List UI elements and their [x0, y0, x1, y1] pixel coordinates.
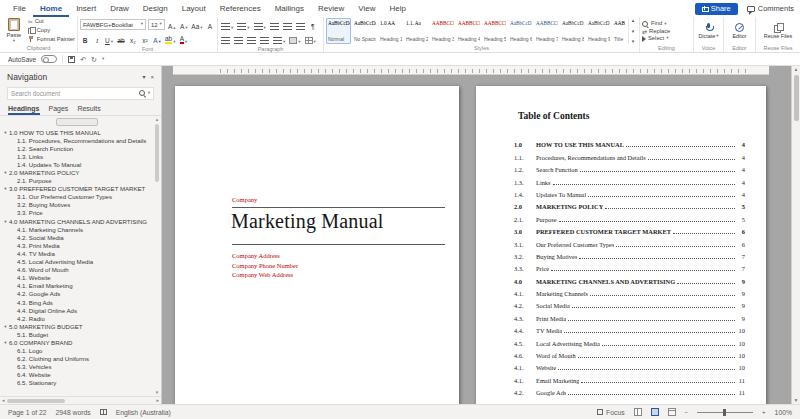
tab-mailings[interactable]: Mailings	[268, 0, 311, 17]
underline-button[interactable]: U▾	[104, 33, 114, 44]
toc-heading[interactable]: Table of Contents	[518, 111, 589, 121]
toc-entry[interactable]: 4.1.Email Marketing11	[514, 373, 745, 385]
bullets-button[interactable]: ▾	[220, 19, 234, 30]
nav-heading[interactable]: 4.3. Bing Ads	[2, 298, 152, 306]
nav-heading[interactable]: ▾2.0 MARKETING POLICY	[2, 168, 152, 176]
expand-triangle-icon[interactable]: ▾	[2, 219, 9, 224]
shading-button[interactable]: ▾	[288, 33, 301, 44]
tab-draw[interactable]: Draw	[103, 0, 136, 17]
autosave-toggle[interactable]	[41, 55, 57, 63]
font-size-combobox[interactable]: 12 ▾	[148, 19, 165, 30]
nav-heading[interactable]: 3.3. Price	[2, 209, 152, 217]
nav-horizontal-scrollbar[interactable]: ◂ ▸	[0, 396, 161, 404]
toc-entry[interactable]: 4.4.TV Media10	[514, 324, 745, 336]
scroll-down-icon[interactable]: ▾	[156, 390, 159, 395]
toc-entry[interactable]: 4.1.Marketing Channels9	[514, 287, 745, 299]
replace-button[interactable]: ⇄ Replace	[642, 29, 691, 35]
toc-entry[interactable]: 4.0MARKETING CHANNELS AND ADVERTISING9	[514, 274, 745, 286]
nav-heading[interactable]: 4.6. Word of Mouth	[2, 266, 152, 274]
toc-entry[interactable]: 1.1.Procedures, Recommendations and Deta…	[514, 150, 745, 162]
undo-icon[interactable]: ↶	[80, 56, 86, 63]
style-heading-5[interactable]: AABBCCDHeading 5	[482, 18, 507, 44]
document-scrollbar[interactable]: ▴ ▾	[791, 66, 800, 404]
change-case-button[interactable]: Aa▾	[191, 19, 203, 30]
search-box[interactable]: ▾	[7, 87, 154, 100]
nav-heading[interactable]: 4.1. Website	[2, 274, 152, 282]
font-name-combobox[interactable]: FAWBFG+Bookllat ▾	[80, 19, 146, 30]
cover-company-text[interactable]: Company	[232, 196, 257, 203]
redo-icon[interactable]: ↻	[91, 56, 97, 63]
language-indicator[interactable]: English (Australia)	[116, 409, 171, 416]
comments-button[interactable]: Comments	[747, 4, 794, 13]
show-paragraph-marks-button[interactable]: ¶	[308, 19, 318, 30]
toc-entry[interactable]: 4.2.Google Ads11	[514, 386, 745, 398]
justify-button[interactable]	[259, 33, 270, 44]
grow-font-button[interactable]: A▴	[167, 19, 177, 30]
styles-scroll-up-icon[interactable]: ▴	[632, 18, 635, 23]
tab-file[interactable]: File	[6, 0, 33, 17]
expand-triangle-icon[interactable]: ▾	[2, 130, 9, 135]
tab-home[interactable]: Home	[33, 0, 69, 17]
focus-button[interactable]: Focus	[597, 409, 625, 416]
nav-heading[interactable]: 4.3. Print Media	[2, 241, 152, 249]
style-heading-3[interactable]: AABBCCDHeading 3	[430, 18, 455, 44]
nav-heading[interactable]: 6.2. Clothing and Uniforms	[2, 355, 152, 363]
horizontal-ruler[interactable]	[173, 66, 769, 75]
nav-heading[interactable]: 6.4. Website	[2, 371, 152, 379]
select-button[interactable]: Select ▾	[642, 36, 691, 42]
expand-triangle-icon[interactable]: ▾	[2, 170, 9, 175]
nav-heading[interactable]: 1.3. Links	[2, 152, 152, 160]
print-layout-button[interactable]	[651, 408, 659, 416]
align-left-button[interactable]	[220, 33, 231, 44]
nav-tab-results[interactable]: Results	[77, 104, 100, 115]
toc-entry[interactable]: 4.1.Website10	[514, 361, 745, 373]
cover-address[interactable]: Company Address	[232, 252, 298, 259]
bold-button[interactable]: B	[80, 33, 90, 44]
style-heading-8[interactable]: AaBbCcDHeading 8	[560, 18, 585, 44]
page-1-cover[interactable]: Company Marketing Manual Company Address…	[175, 86, 459, 404]
nav-heading[interactable]: 4.4. TV Media	[2, 249, 152, 257]
style-heading-9[interactable]: AaBbCcDHeading 9	[586, 18, 611, 44]
cover-title[interactable]: Marketing Manual	[231, 210, 384, 233]
text-highlight-button[interactable]: ab▾	[164, 33, 177, 44]
search-input[interactable]	[11, 90, 137, 97]
cover-web[interactable]: Company Web Address	[232, 271, 298, 278]
nav-heading[interactable]: 2.1. Purpose	[2, 177, 152, 185]
nav-heading[interactable]: 4.5. Local Advertising Media	[2, 258, 152, 266]
document-scrollbar-thumb[interactable]	[794, 75, 799, 121]
shrink-font-button[interactable]: A▾	[179, 19, 189, 30]
tab-view[interactable]: View	[351, 0, 382, 17]
nav-heading[interactable]: 1.4. Updates To Manual	[2, 160, 152, 168]
nav-heading[interactable]: 4.1. Marketing Channels	[2, 225, 152, 233]
navigation-menu-icon[interactable]: ▾	[142, 74, 145, 80]
styles-scroll-down-icon[interactable]: ▾	[632, 29, 635, 34]
toc-entry[interactable]: 4.5.Local Advertising Media10	[514, 336, 745, 348]
zoom-out-button[interactable]: −	[685, 409, 689, 415]
dictate-button[interactable]: Dictate▾	[696, 23, 721, 39]
nav-tab-pages[interactable]: Pages	[49, 104, 69, 115]
tab-review[interactable]: Review	[311, 0, 351, 17]
subscript-button[interactable]: x₂	[128, 33, 138, 44]
nav-heading[interactable]: ▾3.0 PREFFERED CUSTOMER TARGET MARKET	[2, 185, 152, 193]
qat-customize-icon[interactable]: ▾	[102, 57, 104, 62]
scroll-up-icon[interactable]: ▴	[156, 117, 159, 122]
toc-entry[interactable]: 3.1.Our Preferred Customer Types6	[514, 237, 745, 249]
tab-references[interactable]: References	[213, 0, 268, 17]
align-center-button[interactable]	[233, 33, 244, 44]
nav-scrollbar[interactable]: ▴ ▾	[153, 116, 161, 396]
strikethrough-button[interactable]: ab	[116, 33, 126, 44]
nav-heading[interactable]: 1.2. Search Function	[2, 144, 152, 152]
increase-indent-button[interactable]	[282, 19, 293, 30]
nav-heading[interactable]: 1.1. Procedures, Recommendations and Det…	[2, 136, 152, 144]
toc-entry[interactable]: 1.3.Links4	[514, 175, 745, 187]
nav-heading[interactable]: 4.1. Email Marketing	[2, 282, 152, 290]
editor-button[interactable]: Editor	[726, 23, 753, 39]
scroll-right-icon[interactable]: ▸	[156, 398, 159, 403]
share-button[interactable]: Share	[695, 3, 738, 15]
nav-heading[interactable]: ▾1.0 HOW TO USE THIS MANUAL	[2, 128, 152, 136]
nav-heading[interactable]: 6.1. Logo	[2, 347, 152, 355]
page-2-toc[interactable]: Table of Contents 1.0HOW TO USE THIS MAN…	[476, 86, 766, 404]
tab-design[interactable]: Design	[136, 0, 175, 17]
nav-heading[interactable]: 4.2. Google Ads	[2, 290, 152, 298]
read-mode-button[interactable]	[634, 408, 642, 416]
